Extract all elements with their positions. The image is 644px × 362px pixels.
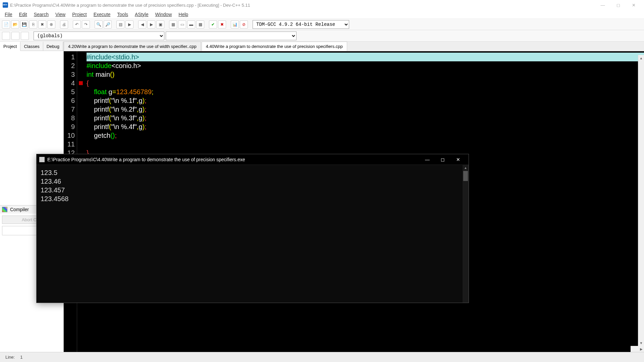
console-scroll-thumb[interactable] xyxy=(463,171,468,181)
editor-scrollbar-horizontal-end[interactable]: ▶ xyxy=(631,346,644,352)
compiler-icon xyxy=(2,207,7,212)
close-all-button[interactable]: ⊗ xyxy=(47,20,55,28)
print-button[interactable]: 🖨 xyxy=(60,20,68,28)
file-tab-0[interactable]: 4.20Write a program to demonstrate the u… xyxy=(64,42,201,51)
side-tabs: Project Classes Debug xyxy=(0,42,63,51)
console-scroll-up-icon[interactable]: ▲ xyxy=(463,165,469,171)
console-scrollbar[interactable]: ▲ xyxy=(463,165,469,303)
stop-button[interactable]: ✖ xyxy=(218,20,226,28)
menu-file[interactable]: File xyxy=(1,11,16,18)
maximize-button[interactable]: ◻ xyxy=(610,0,626,10)
replace-button[interactable]: 🔎 xyxy=(104,20,112,28)
menu-project[interactable]: Project xyxy=(69,11,90,18)
goto-bookmark-button[interactable]: ▶ xyxy=(125,20,133,28)
menu-search[interactable]: Search xyxy=(31,11,52,18)
scroll-down-icon[interactable]: ▼ xyxy=(638,340,644,346)
toolbar-main: 📄 📂 💾 ⎘ ✖ ⊗ 🖨 ↶ ↷ 🔍 🔎 ▤ ▶ ◀ ▶ ▣ ▦ ▭ ▬ ▩ … xyxy=(0,19,644,30)
status-line-label: Line: xyxy=(3,355,17,360)
new-file-button[interactable]: 📄 xyxy=(2,20,10,28)
syntax-check-button[interactable]: ✔ xyxy=(209,20,217,28)
close-file-button[interactable]: ✖ xyxy=(38,20,46,28)
console-icon xyxy=(39,157,45,162)
redo-button[interactable]: ↷ xyxy=(82,20,90,28)
app-icon xyxy=(3,2,8,8)
menu-help[interactable]: Help xyxy=(175,11,192,18)
toolbar-secondary: (globals) xyxy=(0,30,644,42)
open-file-button[interactable]: 📂 xyxy=(11,20,19,28)
goto-line-button[interactable]: ▣ xyxy=(156,20,164,28)
menu-window[interactable]: Window xyxy=(152,11,175,18)
statusbar: Line: 1 xyxy=(0,352,644,362)
menubar: File Edit Search View Project Execute To… xyxy=(0,10,644,19)
console-window: E:\Practice Programs\C\4.40Write a progr… xyxy=(36,154,469,303)
scroll-up-icon[interactable]: ▲ xyxy=(638,55,644,61)
console-maximize-button[interactable]: ◻ xyxy=(435,154,450,165)
console-title: E:\Practice Programs\C\4.40Write a progr… xyxy=(47,157,245,162)
console-close-button[interactable]: ✕ xyxy=(450,154,466,165)
back-button[interactable]: ◀ xyxy=(138,20,146,28)
console-output[interactable]: ▲ 123.5 123.46 123.457 123.4568 xyxy=(37,165,469,303)
console-minimize-button[interactable]: — xyxy=(420,154,435,165)
close-button[interactable]: ✕ xyxy=(626,0,641,10)
compile-button[interactable]: ▦ xyxy=(169,20,177,28)
save-button[interactable]: 💾 xyxy=(20,20,28,28)
scope-select[interactable]: (globals) xyxy=(34,32,164,40)
bottom-tab-compiler[interactable]: Compiler xyxy=(10,207,29,212)
editor-scrollbar-vertical[interactable]: ▲ ▼ xyxy=(638,55,644,352)
side-tab-debug[interactable]: Debug xyxy=(43,42,63,51)
toggle-button[interactable] xyxy=(21,32,29,40)
menu-tools[interactable]: Tools xyxy=(114,11,131,18)
run-button[interactable]: ▭ xyxy=(178,20,186,28)
compile-run-button[interactable]: ▬ xyxy=(187,20,195,28)
compiler-select[interactable]: TDM-GCC 4.9.2 64-bit Release xyxy=(253,20,349,29)
undo-button[interactable]: ↶ xyxy=(73,20,81,28)
menu-execute[interactable]: Execute xyxy=(90,11,114,18)
debug-delete-button[interactable]: ⊘ xyxy=(240,20,248,28)
menu-astyle[interactable]: AStyle xyxy=(131,11,152,18)
titlebar: E:\Practice Programs\C\4.40Write a progr… xyxy=(0,0,644,10)
profile-button[interactable]: 📊 xyxy=(231,20,239,28)
side-tab-project[interactable]: Project xyxy=(0,42,20,51)
insert-button[interactable] xyxy=(11,32,19,40)
member-select[interactable] xyxy=(166,32,297,40)
console-titlebar[interactable]: E:\Practice Programs\C\4.40Write a progr… xyxy=(37,154,469,165)
file-tabs: 4.20Write a program to demonstrate the u… xyxy=(64,42,644,51)
minimize-button[interactable]: — xyxy=(595,0,610,10)
side-tab-classes[interactable]: Classes xyxy=(20,42,43,51)
rebuild-button[interactable]: ▩ xyxy=(196,20,204,28)
toggle-bookmark-button[interactable]: ▤ xyxy=(116,20,124,28)
file-tab-1[interactable]: 4.40Write a program to demonstrate the u… xyxy=(202,42,347,51)
save-all-button[interactable]: ⎘ xyxy=(29,20,37,28)
status-line-value: 1 xyxy=(17,355,25,360)
forward-button[interactable]: ▶ xyxy=(147,20,155,28)
menu-view[interactable]: View xyxy=(52,11,69,18)
find-button[interactable]: 🔍 xyxy=(95,20,103,28)
window-title: E:\Practice Programs\C\4.40Write a progr… xyxy=(10,3,250,8)
menu-edit[interactable]: Edit xyxy=(16,11,31,18)
new-project-button[interactable] xyxy=(2,32,10,40)
